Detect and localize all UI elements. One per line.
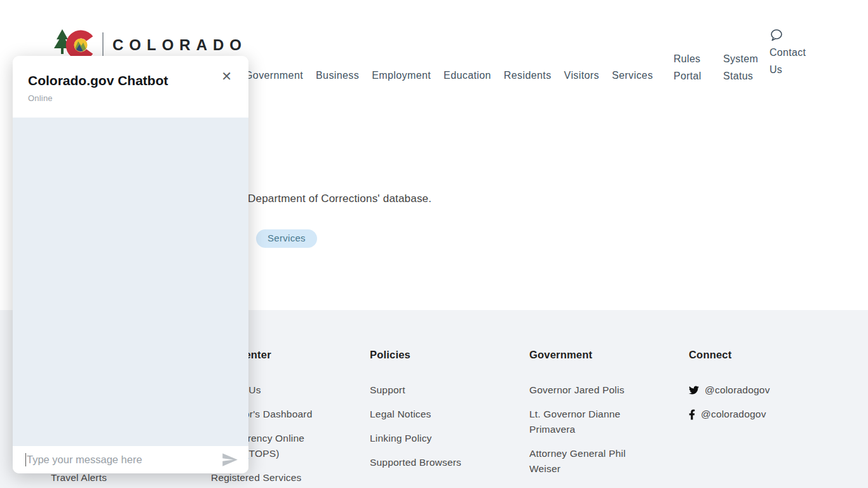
page-description: Department of Corrections' database.: [248, 193, 431, 205]
chatbot-title: Colorado.gov Chatbot: [28, 72, 233, 89]
nav-contact-us[interactable]: Contact Us: [770, 29, 814, 78]
services-tag[interactable]: Services: [256, 229, 317, 248]
footer-link-governor[interactable]: Governor Jared Polis: [529, 384, 625, 395]
nav-visitors[interactable]: Visitors: [564, 67, 599, 84]
footer-link-linking-policy[interactable]: Linking Policy: [370, 433, 432, 444]
footer-link-registered-services[interactable]: Registered Services: [211, 472, 302, 483]
nav-rules-portal[interactable]: Rules Portal: [674, 50, 707, 85]
logo-divider: [102, 32, 104, 58]
footer-link-facebook[interactable]: @coloradogov: [689, 407, 803, 422]
footer-col-connect: Connect @coloradogov @color: [689, 348, 803, 431]
twitter-handle: @coloradogov: [705, 383, 770, 398]
facebook-handle: @coloradogov: [701, 407, 766, 422]
footer-link-lt-governor[interactable]: Lt. Governor Dianne Primavera: [529, 409, 620, 435]
footer-link-travel-alerts[interactable]: Travel Alerts: [51, 472, 107, 484]
footer-heading-connect: Connect: [689, 348, 803, 361]
chatbot-input-row: [13, 446, 248, 473]
chatbot-send-button[interactable]: [217, 451, 248, 468]
send-icon: [221, 451, 238, 468]
chatbot-header: Colorado.gov Chatbot Online ✕: [13, 56, 248, 118]
footer-link-legal-notices[interactable]: Legal Notices: [370, 409, 431, 419]
footer-link-twitter[interactable]: @coloradogov: [689, 383, 803, 398]
chatbot-message-input[interactable]: [13, 454, 217, 466]
nav-services[interactable]: Services: [612, 67, 653, 84]
footer-link-supported-browsers[interactable]: Supported Browsers: [370, 457, 461, 468]
nav-government[interactable]: Government: [245, 67, 303, 84]
footer-link-attorney-general[interactable]: Attorney General Phil Weiser: [529, 448, 626, 474]
footer-heading-policies: Policies: [370, 348, 484, 361]
text-caret: [25, 453, 26, 466]
nav-employment[interactable]: Employment: [372, 67, 431, 84]
chatbot-status: Online: [28, 93, 233, 103]
footer-col-policies: Policies Support Legal Notices Linking P…: [370, 348, 484, 479]
footer-link-support[interactable]: Support: [370, 384, 405, 395]
chatbot-message-area: [13, 118, 248, 446]
logo-wordmark: COLORADO: [112, 36, 247, 54]
nav-education[interactable]: Education: [444, 67, 491, 84]
nav-system-status[interactable]: System Status: [723, 50, 764, 85]
footer-heading-government: Government: [529, 348, 636, 361]
main-nav: Government Business Employment Education…: [245, 67, 653, 84]
chatbot-close-button[interactable]: ✕: [216, 66, 237, 86]
nav-business[interactable]: Business: [316, 67, 359, 84]
page: COLORADO Government Business Employment …: [0, 0, 868, 488]
nav-residents[interactable]: Residents: [504, 67, 552, 84]
chatbot-panel: Colorado.gov Chatbot Online ✕: [13, 56, 248, 473]
twitter-icon: [689, 385, 699, 395]
chat-bubble-icon: [770, 29, 783, 41]
nav-contact-us-label: Contact Us: [770, 47, 806, 75]
footer-col-government: Government Governor Jared Polis Lt. Gove…: [529, 348, 636, 485]
facebook-icon: [689, 409, 695, 420]
